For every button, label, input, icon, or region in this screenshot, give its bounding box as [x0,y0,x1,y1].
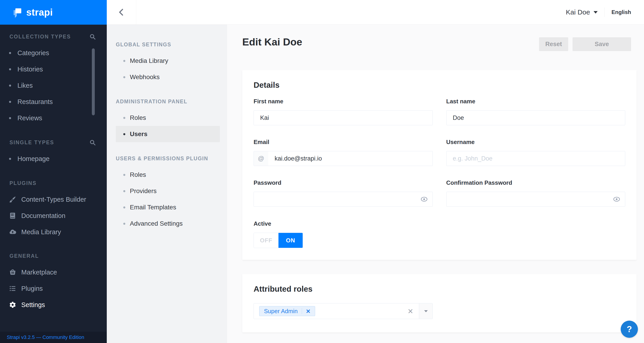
topbar: Kai Doe English [107,0,644,25]
first-name-input[interactable] [254,111,432,125]
search-icon[interactable] [89,33,96,40]
details-card: Details First name Last name Email @ [242,70,636,260]
confirmation-password-field: Confirmation Password [446,179,626,207]
details-heading: Details [254,80,625,89]
basket-icon [9,269,16,276]
section-administration-panel: ADMINISTRATION PANEL [107,93,227,110]
section-global-settings: GLOBAL SETTINGS [107,36,227,53]
strapi-version-link[interactable]: Strapi v3.2.5 — Community Edition [7,335,84,340]
bullet-icon [9,117,11,119]
active-field: Active OFF ON [254,220,625,248]
gear-icon [9,301,16,309]
paintbrush-icon [9,196,16,203]
search-icon[interactable] [89,139,96,146]
strapi-admin-app: strapi COLLECTION TYPES Categories Histo… [0,0,644,343]
password-field: Password [254,179,433,207]
sidebar-item-content-types-builder[interactable]: Content-Types Builder [0,191,107,208]
save-button[interactable]: Save [572,37,631,51]
bullet-icon [9,158,11,160]
page-actions: Reset Save [539,37,631,51]
first-name-label: First name [254,98,433,105]
settings-item-providers[interactable]: Providers [107,183,227,199]
sidebar-item-settings[interactable]: Settings [0,297,107,313]
back-button[interactable] [107,0,136,24]
user-name: Kai Doe [566,8,590,16]
main-content: Edit Kai Doe Reset Save Details First na… [227,25,644,343]
bullet-icon [123,76,125,78]
bullet-icon [9,84,11,87]
help-button[interactable]: ? [621,321,638,338]
roles-select[interactable]: Super Admin × × [254,303,433,319]
select-dropdown-button[interactable] [419,304,432,319]
bullet-icon [123,133,125,135]
eye-icon[interactable] [420,195,428,203]
settings-item-media-library[interactable]: Media Library [107,53,227,69]
section-general: GENERAL [0,248,107,264]
strapi-logo[interactable]: strapi [0,0,107,25]
sidebar-item-documentation[interactable]: Documentation [0,208,107,224]
email-input[interactable] [268,151,432,166]
bullet-icon [123,174,125,176]
attributed-roles-heading: Attributed roles [254,285,625,294]
password-label: Password [254,179,433,186]
password-input[interactable] [254,192,432,206]
sidebar-item-marketplace[interactable]: Marketplace [0,264,107,280]
user-menu[interactable]: Kai Doe [566,8,598,16]
bullet-icon [123,190,125,192]
settings-item-webhooks[interactable]: Webhooks [107,69,227,85]
last-name-label: Last name [446,98,626,105]
reset-button[interactable]: Reset [539,37,568,51]
sidebar-item-reviews[interactable]: Reviews [0,110,107,126]
language-selector[interactable]: English [612,9,631,15]
remove-role-icon[interactable]: × [306,308,310,315]
bullet-icon [123,117,125,119]
role-chip-label: Super Admin [264,308,298,315]
last-name-field: Last name [446,98,626,125]
bullet-icon [123,206,125,208]
strapi-logo-icon [13,7,22,18]
username-field: Username [446,139,626,166]
settings-item-email-templates[interactable]: Email Templates [107,199,227,216]
sidebar-nav: COLLECTION TYPES Categories Histories Li… [0,28,107,313]
role-chip-super-admin: Super Admin × [259,306,315,316]
confirmation-password-input[interactable] [446,192,625,206]
sidebar-item-plugins[interactable]: Plugins [0,280,107,297]
at-sign-icon: @ [254,151,268,166]
bullet-icon [9,52,11,54]
attributed-roles-card: Attributed roles Super Admin × × [242,274,636,332]
settings-sidebar: GLOBAL SETTINGS Media Library Webhooks A… [107,25,227,343]
confirmation-password-label: Confirmation Password [446,179,626,186]
bullet-icon [9,68,11,70]
sidebar-scrollbar[interactable] [92,48,95,115]
strapi-logo-text: strapi [26,7,53,18]
username-label: Username [446,139,626,145]
clear-select-icon[interactable]: × [408,307,413,316]
chevron-left-icon [117,8,126,16]
bullet-icon [123,60,125,62]
bullet-icon [9,101,11,103]
settings-item-advanced-settings[interactable]: Advanced Settings [107,216,227,232]
toggle-off-option[interactable]: OFF [254,233,278,248]
section-single-types: SINGLE TYPES [0,134,107,151]
username-input[interactable] [446,151,625,166]
sidebar-item-homepage[interactable]: Homepage [0,151,107,167]
section-plugins: PLUGINS [0,175,107,191]
sidebar-item-likes[interactable]: Likes [0,77,107,94]
toggle-on-option[interactable]: ON [278,233,303,248]
settings-item-admin-users[interactable]: Users [116,126,220,142]
section-users-permissions-plugin: USERS & PERMISSIONS PLUGIN [107,150,227,167]
list-icon [9,285,16,292]
divider [302,308,302,314]
book-icon [9,212,16,219]
settings-item-up-roles[interactable]: Roles [107,167,227,183]
sidebar-item-histories[interactable]: Histories [0,61,107,77]
eye-icon[interactable] [613,195,620,203]
last-name-input[interactable] [446,111,625,125]
sidebar-item-restaurants[interactable]: Restaurants [0,94,107,110]
sidebar-item-categories[interactable]: Categories [0,45,107,61]
active-toggle[interactable]: OFF ON [254,233,303,248]
settings-item-admin-roles[interactable]: Roles [107,110,227,126]
divider [604,7,605,17]
sidebar-item-media-library[interactable]: Media Library [0,224,107,240]
active-label: Active [254,220,625,227]
